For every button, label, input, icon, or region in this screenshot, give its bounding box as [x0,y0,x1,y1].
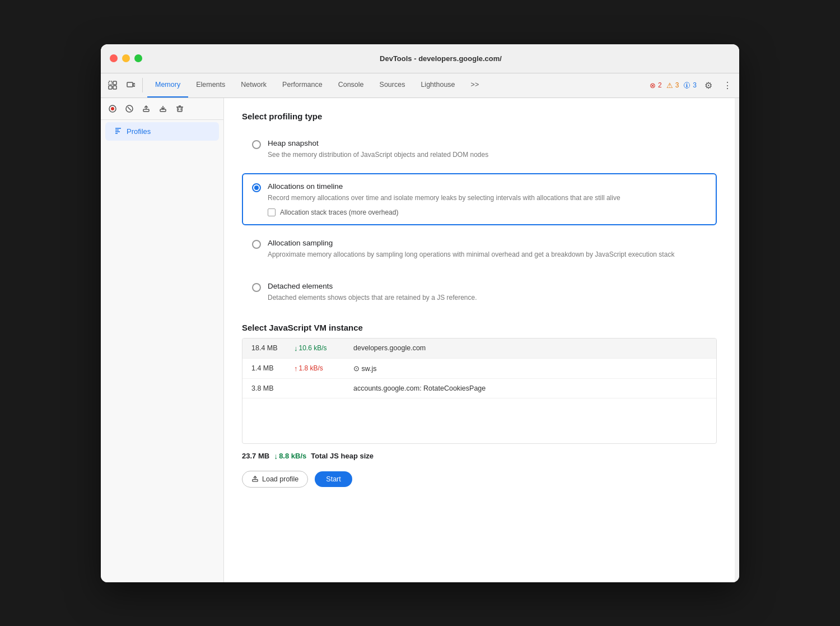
allocations-timeline-radio[interactable] [252,183,261,192]
vm-row-0[interactable]: 18.4 MB ↓10.6 kB/s developers.google.com [242,338,716,359]
heap-snapshot-content: Heap snapshot See the memory distributio… [268,139,707,160]
scrollbar[interactable] [735,98,739,582]
tab-lighthouse[interactable]: Lighthouse [413,73,463,98]
allocations-timeline-title: Allocations on timeline [268,182,707,191]
tab-sources[interactable]: Sources [372,73,413,98]
tab-elements[interactable]: Elements [188,73,233,98]
detached-elements-content: Detached elements Detached elements show… [268,282,707,303]
svg-rect-2 [109,86,112,89]
warning-badge: ⚠ 3 [666,81,679,90]
allocation-stack-traces-row: Allocation stack traces (more overhead) [268,208,707,216]
tab-bar: Memory Elements Network Performance Cons… [101,73,739,98]
load-profile-label: Load profile [262,475,298,483]
start-button[interactable]: Start [315,471,352,487]
download-button[interactable] [156,101,170,116]
vm-table: 18.4 MB ↓10.6 kB/s developers.google.com… [242,338,717,444]
profiles-icon [114,127,122,136]
allocation-sampling-desc: Approximate memory allocations by sampli… [268,249,707,259]
upload-icon [251,475,259,483]
sidebar-toolbar [101,98,223,120]
total-heap-size: 23.7 MB [242,452,269,460]
allocation-stack-traces-label: Allocation stack traces (more overhead) [280,208,398,216]
svg-rect-14 [178,107,182,112]
total-heap-label: Total JS heap size [311,452,374,460]
vm-size-2: 3.8 MB [251,384,285,392]
allocation-sampling-option[interactable]: Allocation sampling Approximate memory a… [242,230,717,268]
action-row: Load profile Start [242,471,717,488]
heap-snapshot-option[interactable]: Heap snapshot See the memory distributio… [242,130,717,169]
traffic-lights [110,54,142,62]
heap-snapshot-desc: See the memory distribution of JavaScrip… [268,150,707,160]
vm-name-1: ⊙ sw.js [353,364,377,373]
allocation-stack-traces-checkbox[interactable] [268,208,276,216]
tab-memory[interactable]: Memory [147,73,188,98]
allocation-sampling-content: Allocation sampling Approximate memory a… [268,239,707,259]
error-badge: ⊗ 2 [650,81,662,90]
tab-more[interactable]: >> [463,73,487,98]
svg-rect-23 [253,479,258,481]
allocations-timeline-option[interactable]: Allocations on timeline Record memory al… [242,173,717,225]
clear-button[interactable] [122,101,137,116]
svg-rect-4 [127,82,133,87]
select-profiling-type-title: Select profiling type [242,112,717,121]
detached-elements-radio[interactable] [252,283,261,292]
device-toolbar-icon[interactable] [123,78,138,92]
collect-garbage-icon[interactable] [172,101,187,116]
load-profile-button[interactable]: Load profile [242,471,308,488]
svg-line-9 [128,107,131,110]
svg-rect-10 [143,109,149,112]
vm-name-0: developers.google.com [353,344,426,352]
svg-point-7 [111,107,114,110]
tab-icons [105,78,143,92]
detached-elements-desc: Detached elements shows objects that are… [268,293,707,303]
vm-size-1: 1.4 MB [251,364,285,372]
main-area: Profiles Select profiling type Heap snap… [101,98,739,582]
total-heap-rate: ↓8.8 kB/s [274,452,306,461]
vm-empty-space [242,398,716,443]
svg-rect-5 [133,84,135,86]
minimize-button[interactable] [122,54,130,62]
titlebar: DevTools - developers.google.com/ [101,44,739,73]
tab-right-actions: ⊗ 2 ⚠ 3 🛈 3 ⚙ ⋮ [650,78,735,92]
vm-row-1[interactable]: 1.4 MB ↑1.8 kB/s ⊙ sw.js [242,359,716,379]
window-title: DevTools - developers.google.com/ [151,54,730,63]
sidebar-item-profiles[interactable]: Profiles [105,122,219,141]
heap-snapshot-radio[interactable] [252,140,261,149]
upload-button[interactable] [139,101,153,116]
tabs: Memory Elements Network Performance Cons… [147,73,650,98]
vm-rate-1: ↑1.8 kB/s [294,364,344,373]
allocation-sampling-radio[interactable] [252,240,261,249]
maximize-button[interactable] [134,54,142,62]
inspect-icon[interactable] [105,78,120,92]
devtools-body: Memory Elements Network Performance Cons… [101,73,739,582]
settings-icon[interactable]: ⚙ [701,78,716,92]
svg-rect-1 [113,81,116,85]
vm-rate-0: ↓10.6 kB/s [294,344,344,353]
tab-performance[interactable]: Performance [274,73,330,98]
sidebar: Profiles [101,98,224,582]
record-button[interactable] [105,101,120,116]
vm-name-2: accounts.google.com: RotateCookiesPage [353,384,486,392]
svg-rect-3 [113,86,116,89]
vm-size-0: 18.4 MB [251,344,285,352]
allocations-timeline-desc: Record memory allocations over time and … [268,193,707,203]
more-options-icon[interactable]: ⋮ [720,78,735,92]
info-badge: 🛈 3 [683,81,697,90]
devtools-window: DevTools - developers.google.com/ [101,44,739,582]
detached-elements-option[interactable]: Detached elements Detached elements show… [242,273,717,312]
close-button[interactable] [110,54,118,62]
sidebar-item-label: Profiles [127,127,151,136]
vm-footer: 23.7 MB ↓8.8 kB/s Total JS heap size [242,444,717,464]
allocation-sampling-title: Allocation sampling [268,239,707,247]
detached-elements-title: Detached elements [268,282,707,290]
content-area: Select profiling type Heap snapshot See … [224,98,735,582]
heap-snapshot-title: Heap snapshot [268,139,707,147]
select-vm-title: Select JavaScript VM instance [242,323,717,332]
tab-console[interactable]: Console [330,73,372,98]
tab-network[interactable]: Network [233,73,274,98]
vm-row-2[interactable]: 3.8 MB accounts.google.com: RotateCookie… [242,379,716,398]
svg-rect-0 [109,81,112,85]
allocations-timeline-content: Allocations on timeline Record memory al… [268,182,707,216]
